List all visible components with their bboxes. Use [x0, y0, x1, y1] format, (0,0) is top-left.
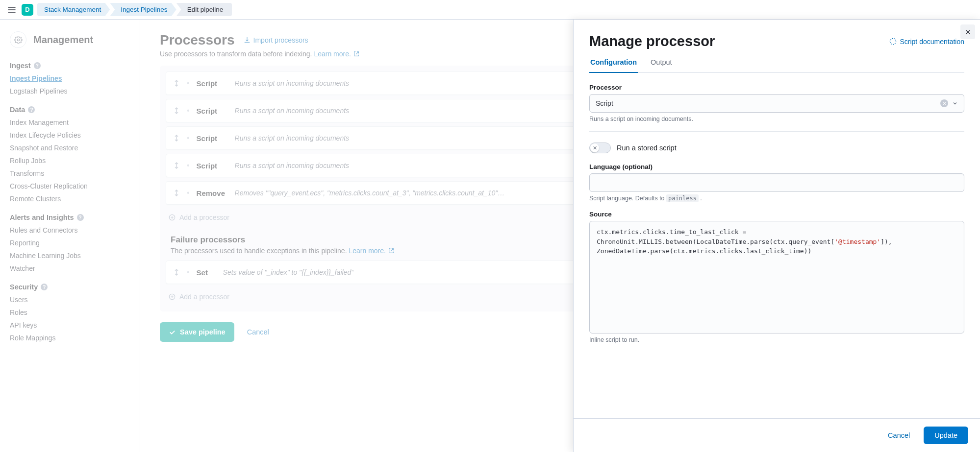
sidebar-item-reporting[interactable]: Reporting [10, 239, 130, 247]
sidebar-item-rollup-jobs[interactable]: Rollup Jobs [10, 157, 130, 165]
sidebar-item-remote-clusters[interactable]: Remote Clusters [10, 195, 130, 203]
sidebar-item-rules-connectors[interactable]: Rules and Connectors [10, 226, 130, 234]
flyout-cancel-button[interactable]: Cancel [881, 427, 917, 444]
sidebar-heading-ingest: Ingest ? [10, 62, 130, 70]
import-processors-link[interactable]: Import processors [244, 36, 308, 44]
flyout-title: Manage processor [589, 33, 715, 49]
top-nav: D Stack Management Ingest Pipelines Edit… [0, 0, 980, 20]
sidebar-item-index-management[interactable]: Index Management [10, 119, 130, 126]
check-icon [169, 329, 176, 336]
sidebar-heading-security: Security ? [10, 283, 130, 291]
plus-circle-icon [169, 293, 176, 300]
close-flyout-button[interactable] [960, 24, 975, 39]
breadcrumb-stack-management[interactable]: Stack Management [37, 3, 110, 16]
status-dot-icon: • [187, 106, 190, 115]
drag-handle-icon[interactable] [173, 80, 180, 87]
help-icon[interactable]: ? [28, 106, 35, 113]
help-icon[interactable]: ? [77, 214, 84, 221]
sidebar-item-api-keys[interactable]: API keys [10, 321, 130, 329]
breadcrumb: Stack Management Ingest Pipelines Edit p… [37, 3, 232, 16]
help-icon[interactable]: ? [41, 284, 48, 290]
sidebar-section-data: Data ? Index Management Index Lifecycle … [10, 106, 130, 203]
sidebar: Management Ingest ? Ingest Pipelines Log… [0, 20, 140, 452]
sidebar-item-ingest-pipelines[interactable]: Ingest Pipelines [10, 74, 130, 82]
cancel-button[interactable]: Cancel [242, 322, 274, 342]
breadcrumb-ingest-pipelines[interactable]: Ingest Pipelines [110, 3, 176, 16]
processor-desc: Runs a script on incoming documents [235, 107, 349, 115]
drag-handle-icon[interactable] [173, 162, 180, 169]
stored-script-toggle[interactable]: ✕ [589, 143, 611, 153]
save-pipeline-button[interactable]: Save pipeline [160, 322, 234, 342]
sidebar-item-snapshot-restore[interactable]: Snapshot and Restore [10, 144, 130, 152]
svg-point-0 [17, 39, 19, 41]
tab-configuration[interactable]: Configuration [589, 58, 638, 73]
language-help-text: Script language. Defaults to painless . [589, 195, 964, 202]
source-help-text: Inline script to run. [589, 336, 964, 343]
processor-name: Script [197, 134, 228, 143]
clear-icon[interactable]: ✕ [940, 99, 948, 107]
plus-circle-icon [169, 214, 176, 221]
processor-field-label: Processor [589, 84, 964, 91]
processor-select-value: Script [596, 99, 613, 107]
language-field-label: Language (optional) [589, 163, 964, 170]
hamburger-icon [8, 6, 16, 14]
chevron-down-icon [952, 100, 958, 106]
page-title: Processors [160, 32, 235, 48]
sidebar-section-security: Security ? Users Roles API keys Role Map… [10, 283, 130, 342]
flyout-tabs: Configuration Output [589, 58, 964, 73]
learn-more-link[interactable]: Learn more. [314, 50, 359, 58]
script-documentation-link[interactable]: Script documentation [889, 38, 964, 46]
external-link-icon [388, 247, 395, 254]
space-avatar[interactable]: D [22, 4, 33, 16]
sidebar-item-role-mappings[interactable]: Role Mappings [10, 334, 130, 342]
painless-code-tag: painless [666, 194, 699, 202]
learn-more-link[interactable]: Learn more. [349, 247, 394, 255]
processor-help-text: Runs a script on incoming documents. [589, 116, 964, 122]
processor-name: Script [197, 162, 228, 170]
flyout-update-button[interactable]: Update [924, 427, 968, 444]
processor-select[interactable]: Script ✕ [589, 94, 964, 113]
processor-desc: Runs a script on incoming documents [235, 79, 349, 87]
tab-output[interactable]: Output [650, 58, 673, 72]
status-dot-icon: • [187, 161, 190, 170]
language-input[interactable] [589, 173, 964, 192]
sidebar-item-logstash-pipelines[interactable]: Logstash Pipelines [10, 87, 130, 95]
source-code-editor[interactable]: ctx.metrics.clicks.time_to_last_click = … [589, 221, 964, 333]
breadcrumb-current: Edit pipeline [176, 3, 232, 16]
help-icon[interactable]: ? [34, 62, 41, 69]
help-circle-icon [889, 38, 897, 45]
drag-handle-icon[interactable] [173, 107, 180, 114]
processor-desc: Runs a script on incoming documents [235, 134, 349, 142]
sidebar-item-watcher[interactable]: Watcher [10, 264, 130, 272]
drag-handle-icon[interactable] [173, 135, 180, 142]
gear-icon [10, 31, 26, 48]
external-link-icon [353, 50, 360, 57]
status-dot-icon: • [187, 268, 190, 277]
status-dot-icon: • [187, 134, 190, 143]
close-icon [965, 29, 971, 35]
processor-desc: Runs a script on incoming documents [235, 162, 349, 169]
processor-name: Script [197, 79, 228, 88]
drag-handle-icon[interactable] [173, 269, 180, 276]
source-field-label: Source [589, 211, 964, 218]
processor-name: Set [197, 268, 216, 277]
import-icon [244, 37, 251, 44]
sidebar-title-text: Management [33, 34, 93, 46]
flyout-footer: Cancel Update [574, 418, 980, 452]
toggle-knob: ✕ [590, 143, 599, 152]
sidebar-item-cross-cluster-replication[interactable]: Cross-Cluster Replication [10, 182, 130, 190]
sidebar-item-index-lifecycle-policies[interactable]: Index Lifecycle Policies [10, 131, 130, 139]
sidebar-item-ml-jobs[interactable]: Machine Learning Jobs [10, 252, 130, 260]
sidebar-item-users[interactable]: Users [10, 296, 130, 304]
sidebar-title: Management [10, 31, 130, 48]
sidebar-item-roles[interactable]: Roles [10, 309, 130, 316]
status-dot-icon: • [187, 189, 190, 197]
sidebar-item-transforms[interactable]: Transforms [10, 169, 130, 177]
sidebar-section-alerts: Alerts and Insights ? Rules and Connecto… [10, 214, 130, 272]
sidebar-section-ingest: Ingest ? Ingest Pipelines Logstash Pipel… [10, 62, 130, 95]
menu-toggle-button[interactable] [6, 4, 18, 16]
sidebar-heading-data: Data ? [10, 106, 130, 114]
drag-handle-icon[interactable] [173, 190, 180, 196]
sidebar-heading-alerts: Alerts and Insights ? [10, 214, 130, 221]
divider [589, 131, 964, 132]
